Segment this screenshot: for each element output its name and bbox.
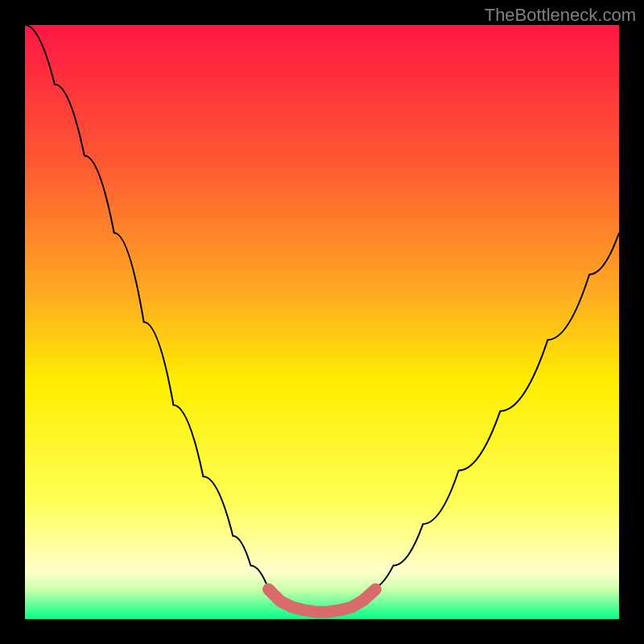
svg-point-8 [346, 601, 357, 613]
svg-point-5 [311, 606, 322, 617]
svg-point-2 [275, 596, 286, 607]
chart-area [25, 25, 619, 619]
svg-point-1 [263, 584, 275, 595]
svg-point-9 [358, 594, 369, 605]
svg-point-3 [287, 601, 298, 613]
svg-point-6 [322, 606, 333, 617]
svg-point-10 [369, 584, 381, 595]
watermark-text: TheBottleneck.com [485, 5, 636, 26]
svg-point-7 [334, 605, 345, 616]
bottleneck-curve [25, 25, 619, 619]
svg-point-4 [299, 605, 310, 616]
